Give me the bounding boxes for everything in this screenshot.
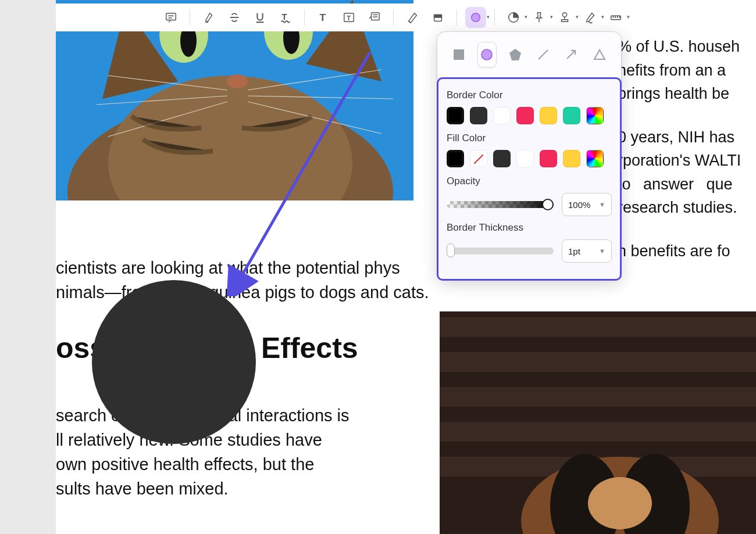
shape-triangle[interactable]: [591, 42, 608, 67]
toolbar-separator: [393, 9, 394, 26]
comment-button[interactable]: [161, 7, 181, 28]
opacity-combo[interactable]: 100% ▼: [562, 193, 612, 216]
svg-point-44: [562, 13, 566, 17]
annotation-toolbar: T T T: [56, 3, 756, 31]
text-frag: rporation's WALTI: [618, 152, 741, 169]
swatch-darkgray[interactable]: [493, 150, 511, 167]
swatch-black[interactable]: [447, 107, 464, 124]
strikethrough-button[interactable]: [224, 7, 245, 28]
svg-rect-15: [440, 317, 756, 337]
squiggly-button[interactable]: T: [275, 7, 296, 28]
swatch-darkgray[interactable]: [470, 107, 487, 124]
eraser-button[interactable]: [427, 7, 448, 28]
right-column-text: % of U.S. househ nefits from an a brings…: [618, 35, 756, 279]
text-line: sults have been mixed.: [56, 476, 396, 501]
toolbar-separator: [457, 9, 457, 26]
text-frag: research studies.: [618, 199, 737, 216]
shape-arrow[interactable]: [562, 42, 580, 67]
text-frag: 0 years, NIH has: [618, 128, 734, 146]
text-frag: brings health be: [618, 85, 729, 102]
swatch-custom[interactable]: [586, 107, 604, 124]
toolbar-separator: [304, 9, 305, 26]
swatch-teal[interactable]: [563, 107, 580, 124]
toolbar-separator: [494, 9, 495, 26]
shape-tool-popover: Border Color Fill Color Opacity: [437, 32, 621, 280]
shape-properties-panel: Border Color Fill Color Opacity: [437, 77, 622, 281]
text-button[interactable]: T: [313, 7, 334, 28]
thickness-slider[interactable]: [447, 248, 554, 255]
shape-ellipse[interactable]: [478, 42, 495, 67]
svg-text:T: T: [320, 12, 326, 23]
swatch-white[interactable]: [516, 150, 534, 167]
textbox-button[interactable]: T: [338, 7, 359, 28]
swatch-none[interactable]: [470, 150, 487, 167]
border-color-swatches: [447, 107, 612, 124]
shape-rectangle[interactable]: [450, 42, 468, 67]
svg-rect-51: [454, 49, 464, 60]
svg-marker-53: [509, 49, 521, 60]
text-line: ll relatively new. Some studies have: [56, 428, 396, 452]
opacity-label: Opacity: [447, 175, 612, 187]
stamp-button[interactable]: [554, 7, 575, 28]
svg-rect-35: [372, 13, 380, 20]
swatch-red[interactable]: [540, 150, 557, 167]
swatch-yellow[interactable]: [540, 107, 557, 124]
svg-point-7: [227, 74, 248, 88]
svg-rect-40: [434, 15, 442, 17]
swatch-custom[interactable]: [586, 150, 604, 167]
text-line: nimals—from fish to guinea pigs to dogs …: [56, 280, 451, 304]
svg-point-41: [472, 13, 480, 22]
dog-photo: [440, 311, 756, 534]
body-paragraph-1: cientists are looking at what the potent…: [56, 256, 451, 304]
underline-button[interactable]: [249, 7, 270, 28]
svg-rect-17: [440, 387, 756, 407]
thickness-thumb[interactable]: [447, 243, 455, 257]
thickness-combo[interactable]: 1pt ▼: [562, 239, 612, 263]
opacity-thumb[interactable]: [542, 199, 554, 210]
swatch-black[interactable]: [447, 150, 464, 167]
fill-color-swatches: [447, 150, 612, 167]
ellipse-annotation[interactable]: [92, 280, 256, 444]
swatch-yellow[interactable]: [563, 150, 580, 167]
svg-rect-16: [440, 352, 756, 372]
sticker-button[interactable]: [503, 7, 524, 28]
swatch-white[interactable]: [493, 107, 511, 124]
svg-point-52: [482, 49, 492, 60]
opacity-value: 100%: [568, 200, 590, 210]
pencil-button[interactable]: [402, 7, 423, 28]
chevron-down-icon: ▼: [599, 248, 605, 255]
text-line: cientists are looking at what the potent…: [56, 256, 451, 280]
svg-line-38: [409, 21, 411, 23]
text-frag: h benefits are fo: [618, 242, 730, 260]
pin-button[interactable]: [529, 7, 550, 28]
callout-button[interactable]: [364, 7, 385, 28]
shape-line[interactable]: [534, 42, 552, 67]
text-frag: nefits from an a: [618, 62, 726, 79]
measure-button[interactable]: [605, 7, 626, 28]
toolbar-separator: [190, 9, 190, 26]
svg-rect-25: [166, 13, 176, 20]
svg-text:T: T: [347, 15, 351, 21]
svg-line-54: [539, 50, 548, 59]
svg-line-55: [567, 51, 575, 59]
shape-tool-button[interactable]: [465, 7, 486, 28]
border-thickness-label: Border Thickness: [447, 222, 612, 234]
svg-text:T: T: [282, 12, 287, 21]
shape-picker-row: [437, 32, 621, 78]
text-line: own positive health effects, but the: [56, 452, 396, 476]
text-frag: % of U.S. househ: [618, 38, 740, 55]
signature-button[interactable]: [580, 7, 601, 28]
highlighter-button[interactable]: [198, 7, 219, 28]
fill-color-label: Fill Color: [447, 132, 612, 144]
opacity-slider[interactable]: [447, 201, 554, 208]
svg-marker-56: [594, 50, 605, 59]
chevron-down-icon: ▼: [599, 201, 605, 208]
svg-rect-18: [440, 422, 756, 442]
swatch-red[interactable]: [516, 107, 534, 124]
svg-point-23: [588, 477, 652, 529]
thickness-value: 1pt: [568, 246, 580, 256]
text-frag: to answer que: [618, 175, 733, 193]
border-color-label: Border Color: [447, 89, 612, 101]
shape-polygon[interactable]: [507, 42, 524, 67]
